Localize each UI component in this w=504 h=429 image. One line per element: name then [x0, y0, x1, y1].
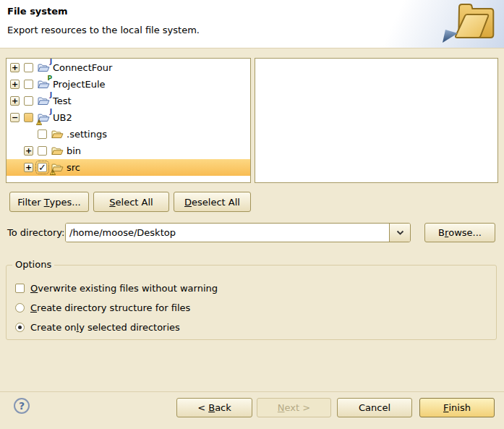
tree-item-label: UB2 — [53, 112, 72, 123]
tree-item-settings[interactable]: .settings — [7, 126, 250, 143]
browse-button[interactable]: Browse... — [424, 223, 495, 242]
folder-icon — [51, 145, 64, 157]
item-checkbox[interactable] — [24, 96, 33, 106]
directory-input[interactable] — [66, 224, 389, 242]
tree-item-label: bin — [67, 145, 81, 156]
select-all-button[interactable]: Select All — [93, 192, 169, 212]
item-checkbox[interactable] — [38, 146, 47, 156]
item-checkbox[interactable] — [24, 63, 33, 72]
item-checkbox[interactable] — [24, 80, 33, 89]
create-structure-radio[interactable] — [15, 303, 25, 313]
java-decorator: J — [50, 59, 52, 65]
options-legend: Options — [12, 259, 54, 270]
export-folder-banner-icon — [437, 1, 500, 46]
collapse-minus-icon[interactable] — [10, 113, 20, 122]
java-decorator: J — [50, 92, 52, 98]
to-directory-label: To directory: — [7, 227, 64, 238]
next-button: Next > — [257, 398, 331, 417]
overwrite-checkbox[interactable] — [15, 284, 25, 293]
expand-plus-icon[interactable] — [10, 63, 20, 72]
create-structure-label: Create directory structure for files — [30, 302, 190, 313]
help-button[interactable]: ? — [14, 398, 30, 414]
create-structure-option[interactable]: Create directory structure for files — [15, 301, 190, 314]
java-project-folder-icon: J — [38, 62, 50, 74]
tree-rows: J ConnectFour P ProjectEule J — [7, 59, 250, 176]
item-checkbox[interactable] — [38, 129, 47, 139]
tree-item-test[interactable]: J Test — [7, 93, 250, 109]
expand-plus-icon[interactable] — [24, 146, 33, 156]
resource-tree-panel: J ConnectFour P ProjectEule J — [6, 58, 251, 183]
tree-item-label: .settings — [67, 129, 107, 140]
create-selected-radio[interactable] — [15, 323, 25, 332]
folder-icon — [51, 129, 64, 140]
filter-types-button[interactable]: Filter Types... — [9, 192, 89, 212]
wizard-header: File system Export resources to the loca… — [0, 0, 504, 48]
expand-plus-icon[interactable] — [24, 163, 33, 172]
project-decorator: P — [47, 75, 52, 82]
item-checkbox-mixed[interactable] — [24, 113, 33, 122]
footer-separator — [0, 391, 504, 392]
tree-item-src[interactable]: src — [7, 159, 250, 176]
java-project-folder-icon: J — [38, 95, 50, 107]
tree-item-label: Test — [53, 95, 72, 106]
tree-item-label: ProjectEule — [53, 79, 106, 90]
tree-item-bin[interactable]: bin — [7, 143, 250, 159]
create-selected-label: Create only selected directories — [30, 322, 180, 333]
combo-dropdown-button[interactable] — [389, 224, 410, 242]
tree-item-label: ConnectFour — [53, 62, 112, 73]
back-button[interactable]: < Back — [176, 398, 252, 417]
directory-combo — [65, 223, 411, 242]
file-list-panel — [255, 58, 498, 183]
page-title: File system — [7, 6, 68, 17]
cancel-button[interactable]: Cancel — [337, 398, 412, 417]
project-folder-icon: P — [38, 79, 50, 90]
tree-item-projecteule[interactable]: P ProjectEule — [7, 76, 250, 93]
tree-item-connectfour[interactable]: J ConnectFour — [7, 59, 250, 76]
warning-overlay-icon — [50, 169, 56, 175]
deselect-all-button[interactable]: Deselect All — [174, 192, 251, 212]
chevron-down-icon — [395, 227, 406, 238]
java-project-folder-warning-icon: J — [38, 112, 50, 124]
expand-plus-icon[interactable] — [10, 96, 20, 106]
create-selected-option[interactable]: Create only selected directories — [15, 320, 180, 334]
question-mark-icon: ? — [19, 400, 25, 412]
tree-item-label: src — [67, 162, 80, 173]
finish-button[interactable]: Finish — [419, 398, 495, 417]
expand-plus-icon[interactable] — [10, 80, 20, 89]
item-checkbox-checked[interactable] — [38, 163, 47, 172]
tree-item-ub2[interactable]: J UB2 — [7, 109, 250, 126]
java-decorator: J — [50, 109, 52, 115]
warning-overlay-icon — [36, 119, 42, 125]
options-group: Options Overwrite existing files without… — [6, 265, 497, 340]
export-wizard-dialog: File system Export resources to the loca… — [0, 0, 504, 429]
overwrite-option[interactable]: Overwrite existing files without warning — [15, 281, 218, 294]
folder-warning-icon — [51, 162, 64, 174]
page-description: Export resources to the local file syste… — [7, 25, 200, 35]
overwrite-label: Overwrite existing files without warning — [30, 283, 218, 294]
